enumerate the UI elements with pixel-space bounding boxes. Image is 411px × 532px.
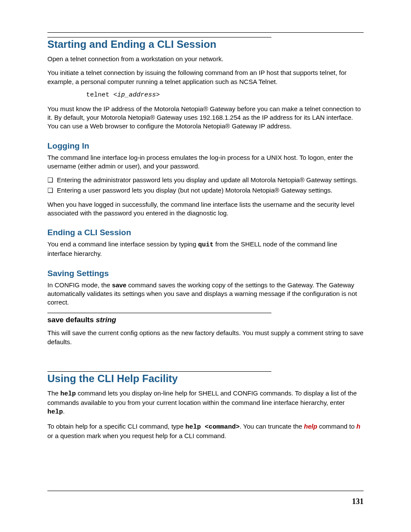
heading-help-facility: Using the CLI Help Facility — [47, 373, 364, 385]
text: In CONFIG mode, the — [47, 281, 112, 289]
text: The — [47, 389, 60, 397]
paragraph: This will save the current config option… — [47, 329, 364, 346]
text: . — [63, 408, 65, 415]
text: . You can truncate the — [240, 423, 304, 430]
top-horizontal-rule — [47, 32, 364, 33]
document-page: Starting and Ending a CLI Session Open a… — [0, 0, 411, 532]
paragraph: You end a command line interface session… — [47, 240, 364, 258]
paragraph: The help command lets you display on-lin… — [47, 389, 364, 417]
inline-red-command: h — [356, 423, 360, 430]
text: command lets you display on-line help fo… — [47, 389, 357, 406]
code-telnet: telnet <ip_address> — [86, 91, 364, 99]
paragraph: You initiate a telnet connection by issu… — [47, 68, 364, 86]
inline-command: help <command> — [185, 423, 240, 431]
text: or a question mark when you request help… — [47, 432, 226, 439]
inline-command: quit — [198, 241, 214, 249]
code-text: > — [156, 91, 160, 99]
heading-starting-ending-cli: Starting and Ending a CLI Session — [47, 38, 364, 50]
heading-ending-cli: Ending a CLI Session — [47, 228, 364, 237]
heading-logging-in: Logging In — [47, 141, 364, 151]
text: To obtain help for a specific CLI comman… — [47, 423, 185, 430]
text: command to — [317, 423, 356, 430]
subsection-rule — [47, 313, 271, 313]
heading-saving-settings: Saving Settings — [47, 269, 364, 278]
inline-command: help — [60, 390, 76, 398]
paragraph: To obtain help for a specific CLI comman… — [47, 422, 364, 441]
inline-red-command: help — [304, 423, 318, 430]
paragraph: When you have logged in successfully, th… — [47, 200, 364, 218]
list-item: Entering the administrator password lets… — [47, 176, 364, 184]
text-italic: string — [96, 316, 116, 324]
page-number: 131 — [352, 497, 364, 506]
paragraph: You must know the IP address of the Moto… — [47, 105, 364, 131]
bottom-horizontal-rule — [47, 491, 364, 491]
inline-command: help — [47, 408, 63, 416]
paragraph: The command line interface log-in proces… — [47, 153, 364, 171]
section-rule — [47, 37, 271, 37]
paragraph: Open a telnet connection from a workstat… — [47, 55, 364, 63]
text: You end a command line interface session… — [47, 240, 198, 248]
list-item: Entering a user password lets you displa… — [47, 186, 364, 195]
heading-save-defaults: save defaults string — [47, 316, 364, 324]
section-rule — [47, 371, 271, 372]
text: save defaults — [47, 316, 96, 324]
bullet-list: Entering the administrator password lets… — [47, 176, 364, 195]
inline-command: save — [112, 281, 126, 289]
code-text: telnet < — [86, 91, 117, 99]
code-arg: ip_address — [117, 91, 156, 99]
spacer — [47, 352, 364, 369]
paragraph: In CONFIG mode, the save command saves t… — [47, 281, 364, 307]
